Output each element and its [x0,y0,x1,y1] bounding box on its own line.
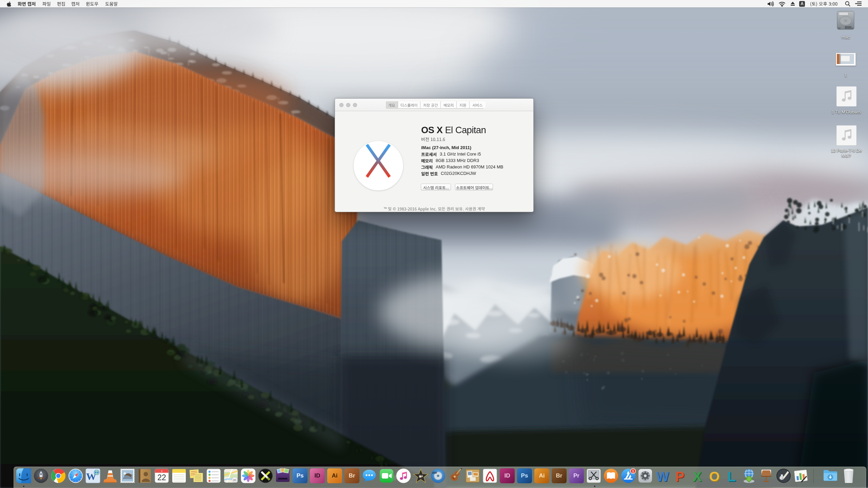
svg-text:2: 2 [161,470,162,473]
svg-text:3D: 3D [233,479,236,481]
svg-text:22: 22 [157,473,166,482]
svg-text:1: 1 [632,469,634,473]
